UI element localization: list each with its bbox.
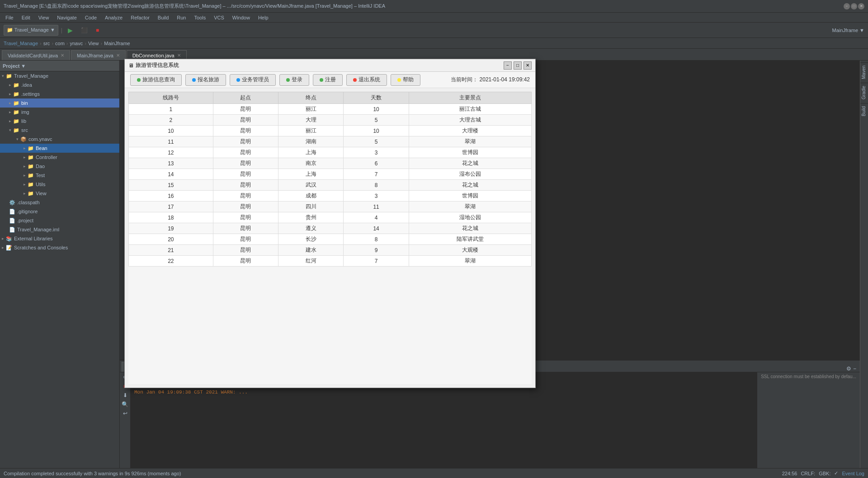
tab-validateidcardutil[interactable]: ValidateIdCardUtil.java ✕	[2, 50, 70, 60]
tree-item-comynavc[interactable]: ▾ 📦 com.ynavc	[0, 135, 119, 144]
tab-validateidcardutil-close[interactable]: ✕	[61, 53, 64, 58]
nav-btn-help[interactable]: 帮助	[391, 74, 420, 86]
table-row[interactable]: 20昆明长沙8陆军讲武堂	[129, 234, 532, 245]
table-cell-9-4: 翠湖	[409, 202, 531, 212]
table-row[interactable]: 2昆明大理5大理古城	[129, 115, 532, 126]
tab-mainjframe-label: MainJframe.java	[77, 53, 113, 58]
menu-tools[interactable]: Tools	[190, 14, 209, 21]
table-row[interactable]: 12昆明上海3世博园	[129, 147, 532, 158]
tree-item-bean[interactable]: ▸ 📁 Bean	[0, 144, 119, 153]
breadcrumb-com[interactable]: com	[55, 41, 65, 46]
tab-mainjframe[interactable]: MainJframe.java ✕	[71, 50, 126, 60]
vtab-gradle[interactable]: Gradle	[860, 83, 868, 102]
menu-view[interactable]: View	[35, 14, 53, 21]
menu-navigate[interactable]: Navigate	[53, 14, 80, 21]
run-filter-btn[interactable]: 🔍	[121, 400, 129, 408]
tree-item-bin[interactable]: ▸ 📁 bin	[0, 98, 119, 108]
menu-refactor[interactable]: Refactor	[127, 14, 153, 21]
tree-item-idea[interactable]: ▸ 📁 .idea	[0, 80, 119, 89]
table-row[interactable]: 22昆明红河7翠湖	[129, 256, 532, 267]
close-button[interactable]: ✕	[858, 3, 864, 9]
tab-dbconnection-close[interactable]: ✕	[177, 53, 181, 58]
table-row[interactable]: 18昆明贵州4湿地公园	[129, 212, 532, 223]
tree-item-iml[interactable]: 📄 Travel_Manage.iml	[0, 225, 119, 234]
tree-item-scratches[interactable]: ▸ 📝 Scratches and Consoles	[0, 243, 119, 252]
menu-analyze[interactable]: Analyze	[101, 14, 126, 21]
toolbar-run-btn[interactable]: ▶	[65, 25, 75, 36]
tree-item-external-libs[interactable]: ▸ 📚 External Libraries	[0, 234, 119, 243]
vtab-build[interactable]: Build	[860, 103, 868, 119]
table-row[interactable]: 10昆明丽江10大理楼	[129, 126, 532, 136]
run-scroll-btn[interactable]: ⬇	[121, 391, 129, 399]
dialog-close-btn[interactable]: ✕	[524, 61, 532, 70]
menu-edit[interactable]: Edit	[18, 14, 34, 21]
toolbar-project-dropdown[interactable]: 📁 Travel_Manage ▼	[4, 25, 58, 36]
table-cell-12-0: 20	[129, 234, 213, 245]
table-row[interactable]: 15昆明武汉8花之城	[129, 180, 532, 191]
nav-btn-login[interactable]: 登录	[279, 74, 309, 86]
table-row[interactable]: 16昆明成都3世博园	[129, 191, 532, 202]
tree-item-view[interactable]: ▸ 📁 View	[0, 189, 119, 198]
breadcrumb-project[interactable]: Travel_Manage	[4, 41, 38, 46]
minimize-icon[interactable]: −	[853, 366, 856, 372]
menu-code[interactable]: Code	[81, 14, 100, 21]
nav-btn-register[interactable]: 报名旅游	[185, 74, 226, 86]
table-row[interactable]: 13昆明南京6花之城	[129, 158, 532, 169]
settings-icon[interactable]: ⚙	[846, 366, 851, 372]
toolbar-debug-btn[interactable]: ⬛	[78, 25, 90, 36]
menu-build[interactable]: Build	[154, 14, 172, 21]
minimize-button[interactable]: −	[844, 3, 850, 9]
tree-item-test[interactable]: ▸ 📁 Test	[0, 171, 119, 180]
breadcrumb-ynavc[interactable]: ynavc	[70, 41, 83, 46]
maximize-button[interactable]: □	[851, 3, 857, 9]
tree-item-travel-manage[interactable]: ▾ 📁 Travel_Manage	[0, 71, 119, 80]
table-row[interactable]: 1昆明丽江10丽江古城	[129, 104, 532, 115]
run-wrap-btn[interactable]: ↩	[121, 409, 129, 417]
package-icon: 📦	[20, 136, 27, 142]
tree-item-settings[interactable]: ▸ 📁 .settings	[0, 89, 119, 98]
tree-item-label: Utils	[36, 182, 45, 187]
dialog-minimize-btn[interactable]: −	[504, 61, 512, 70]
event-log-label[interactable]: Event Log	[842, 471, 864, 476]
arrow-icon: ▸	[9, 92, 11, 96]
nav-btn-manager[interactable]: 业务管理员	[230, 74, 276, 86]
table-row[interactable]: 11昆明湖南5翠湖	[129, 136, 532, 147]
tree-item-gitignore[interactable]: 📄 .gitignore	[0, 207, 119, 216]
toolbar-stop-btn[interactable]: ■	[93, 25, 102, 36]
breadcrumb-src[interactable]: src	[43, 41, 50, 46]
window-title: Travel_Manage [E:\盘面东西\code space\swing宠…	[4, 3, 844, 9]
vtab-maven[interactable]: Maven	[860, 62, 868, 82]
menu-file[interactable]: File	[2, 14, 17, 21]
table-cell-2-4: 大理楼	[409, 126, 531, 136]
table-cell-3-2: 湖南	[278, 136, 344, 147]
breadcrumb-mainframe[interactable]: MainJframe	[104, 41, 130, 46]
tab-mainjframe-close[interactable]: ✕	[116, 53, 120, 58]
tree-item-img[interactable]: ▸ 📁 img	[0, 108, 119, 117]
tree-item-label: .settings	[21, 91, 40, 97]
tree-item-dao[interactable]: ▸ 📁 Dao	[0, 162, 119, 171]
project-panel-header[interactable]: Project ▼	[0, 61, 119, 71]
nav-btn-exit[interactable]: 退出系统	[346, 74, 387, 86]
dialog-maximize-btn[interactable]: □	[514, 61, 522, 70]
nav-btn-query[interactable]: 旅游信息查询	[130, 74, 182, 86]
tree-item-utils[interactable]: ▸ 📁 Utils	[0, 180, 119, 189]
menu-help[interactable]: Help	[255, 14, 272, 21]
breadcrumb-view[interactable]: View	[88, 41, 99, 46]
menu-run[interactable]: Run	[173, 14, 189, 21]
nav-btn-signup[interactable]: 注册	[313, 74, 343, 86]
menu-window[interactable]: Window	[229, 14, 254, 21]
tree-item-controller[interactable]: ▸ 📁 Controller	[0, 153, 119, 162]
table-cell-4-0: 12	[129, 147, 213, 158]
tree-item-src[interactable]: ▾ 📁 src	[0, 126, 119, 135]
table-row[interactable]: 19昆明遵义14花之城	[129, 223, 532, 234]
tree-item-classpath[interactable]: ⚙️ .classpath	[0, 198, 119, 207]
tree-item-project[interactable]: 📄 .project	[0, 216, 119, 225]
dialog-tourism-system[interactable]: 🖥 旅游管理信息系统 − □ ✕ 旅游信息查询 报名旅游 业务管理员	[124, 59, 536, 388]
table-cell-12-3: 8	[344, 234, 409, 245]
table-row[interactable]: 14昆明上海7湿布公园	[129, 169, 532, 180]
table-row[interactable]: 21昆明建水9大观楼	[129, 245, 532, 256]
table-row[interactable]: 17昆明四川11翠湖	[129, 202, 532, 212]
nav-dot-signup	[320, 78, 323, 82]
tree-item-lib[interactable]: ▸ 📁 lib	[0, 117, 119, 126]
menu-vcs[interactable]: VCS	[210, 14, 228, 21]
